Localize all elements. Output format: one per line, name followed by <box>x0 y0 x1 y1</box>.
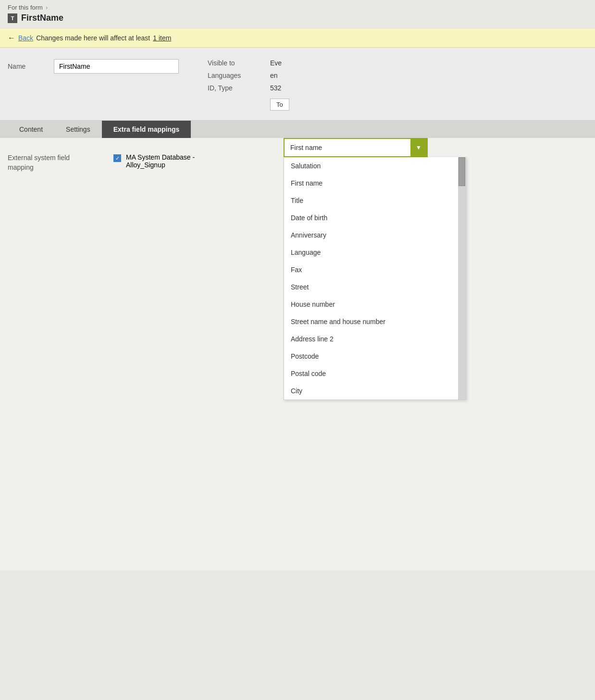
dropdown-item[interactable]: Salutation <box>284 157 458 175</box>
page-title: FirstName <box>21 13 63 23</box>
tabs-row: Content Settings Extra field mappings <box>0 120 595 138</box>
dropdown-item[interactable]: City <box>284 382 458 400</box>
system-name: MA System Database - Alloy_Signup <box>126 153 195 169</box>
scrollbar-track <box>458 157 466 400</box>
dropdown-selected-text: First name <box>285 140 410 155</box>
languages-label: Languages <box>208 72 260 79</box>
back-link[interactable]: Back <box>18 34 33 42</box>
visible-to-value: Eve <box>270 59 282 67</box>
dropdown-selected[interactable]: First name ▼ <box>284 138 428 157</box>
dropdown-item[interactable]: Language <box>284 244 458 261</box>
languages-row: Languages en <box>208 72 587 79</box>
dropdown-arrow-button[interactable]: ▼ <box>410 139 427 156</box>
dropdown-item[interactable]: Title <box>284 192 458 209</box>
tab-settings[interactable]: Settings <box>54 121 102 138</box>
dropdown-container: First name ▼ SalutationFirst nameTitleDa… <box>284 138 466 400</box>
visible-to-label: Visible to <box>208 59 260 67</box>
mapping-checkbox[interactable]: ✓ <box>113 154 121 162</box>
tab-extra-field-mappings[interactable]: Extra field mappings <box>102 121 191 138</box>
dropdown-item[interactable]: Street <box>284 278 458 296</box>
affected-link[interactable]: 1 item <box>153 34 171 42</box>
dropdown-item[interactable]: Address line 2 <box>284 330 458 348</box>
dropdown-items: SalutationFirst nameTitleDate of birthAn… <box>284 157 458 400</box>
dropdown-item[interactable]: First name <box>284 175 458 192</box>
checkbox-checkmark: ✓ <box>115 156 120 161</box>
dropdown-item[interactable]: Anniversary <box>284 226 458 244</box>
name-row: Name <box>8 59 179 74</box>
todo-button[interactable]: To <box>270 99 289 111</box>
main-content: External system field mapping ✓ MA Syste… <box>0 138 595 571</box>
id-type-value: 532 <box>270 84 281 92</box>
dropdown-item[interactable]: House number <box>284 296 458 313</box>
name-label: Name <box>8 62 46 70</box>
visible-to-row: Visible to Eve <box>208 59 587 67</box>
properties-right: Visible to Eve Languages en ID, Type 532… <box>208 59 587 111</box>
mapping-row: External system field mapping ✓ MA Syste… <box>8 151 587 172</box>
id-type-row: ID, Type 532 <box>208 84 587 92</box>
dropdown-list: SalutationFirst nameTitleDate of birthAn… <box>284 157 466 400</box>
properties-area: Name Visible to Eve Languages en ID, Typ… <box>0 48 595 120</box>
dropdown-item[interactable]: Fax <box>284 261 458 278</box>
dropdown-scrollbar[interactable] <box>458 157 466 400</box>
dropdown-item[interactable]: Street name and house number <box>284 313 458 330</box>
scrollbar-thumb <box>459 157 465 186</box>
mapping-checkbox-area: ✓ MA System Database - Alloy_Signup <box>113 151 195 169</box>
dropdown-scrollbar-area: SalutationFirst nameTitleDate of birthAn… <box>284 157 466 400</box>
type-icon: T <box>8 13 17 23</box>
warning-text: Changes made here will affect at least <box>36 34 150 42</box>
tab-content[interactable]: Content <box>8 121 54 138</box>
todo-row: To <box>208 97 587 111</box>
languages-value: en <box>270 72 278 79</box>
title-row: T FirstName <box>0 12 595 29</box>
breadcrumb-chevron: › <box>46 4 48 11</box>
properties-left: Name <box>8 59 179 111</box>
breadcrumb: For this form › <box>0 0 595 12</box>
name-input[interactable] <box>54 59 179 74</box>
dropdown-arrow-icon: ▼ <box>416 144 421 151</box>
external-system-label: External system field mapping <box>8 151 113 172</box>
dropdown-item[interactable]: Postal code <box>284 365 458 382</box>
id-type-label: ID, Type <box>208 84 260 92</box>
dropdown-item[interactable]: Date of birth <box>284 209 458 226</box>
breadcrumb-parent[interactable]: For this form <box>8 4 43 11</box>
dropdown-item[interactable]: Postcode <box>284 348 458 365</box>
warning-banner: ← Back Changes made here will affect at … <box>0 29 595 48</box>
